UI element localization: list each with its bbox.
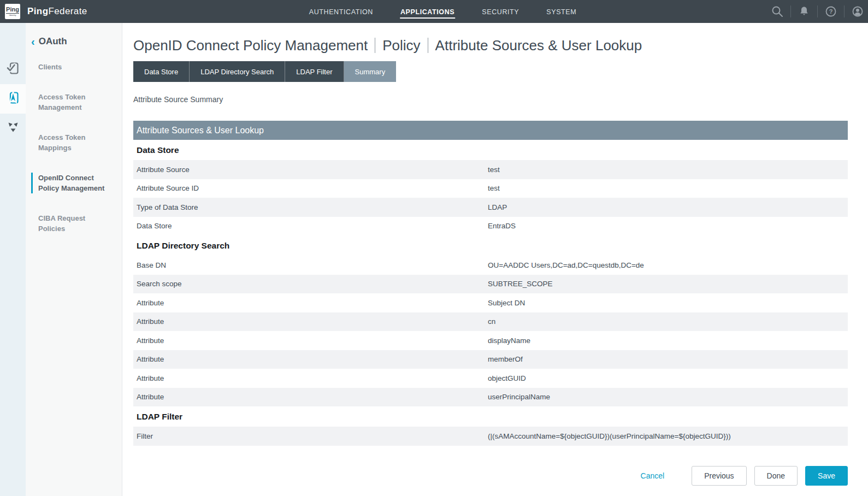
row-value: EntraDS	[488, 222, 848, 230]
summary-row: Attribute Source IDtest	[133, 179, 848, 198]
check-card-icon	[5, 61, 21, 78]
section-header-row-ldap-filter: LDAP Filter	[133, 406, 848, 427]
search-icon[interactable]	[768, 5, 787, 18]
breadcrumb-segment: Attribute Sources & User Lookup	[435, 37, 642, 54]
sidebar: ‹ OAuth ClientsAccess Token ManagementAc…	[26, 23, 122, 496]
summary-row: Data StoreEntraDS	[133, 217, 848, 236]
nav-item-system[interactable]: SYSTEM	[546, 5, 577, 19]
row-value: LDAP	[488, 203, 848, 211]
section-header-row-ldap-directory-search: LDAP Directory Search	[133, 235, 848, 256]
row-value: test	[488, 184, 848, 192]
tab-ldap-filter[interactable]: LDAP Filter	[285, 61, 344, 82]
nav-item-applications[interactable]: APPLICATIONS	[400, 5, 455, 19]
rail-item-grants[interactable]	[0, 114, 26, 143]
summary-row: Type of Data StoreLDAP	[133, 198, 848, 217]
sidebar-item-openid-connect-policy-management[interactable]: OpenID Connect Policy Management	[31, 173, 107, 193]
tab-data-store[interactable]: Data Store	[133, 61, 190, 82]
section-title: Data Store	[133, 145, 179, 155]
nav-utility-icons: ?	[768, 0, 868, 23]
help-icon[interactable]: ?	[822, 5, 840, 18]
table-body: Data StoreAttribute SourcetestAttribute …	[133, 140, 848, 446]
breadcrumb-segment: Policy	[382, 37, 420, 54]
section-title: LDAP Filter	[133, 412, 182, 422]
oauth-card-icon	[5, 90, 21, 108]
summary-row: Base DNOU=AADDC Users,DC=ad,DC=questdb,D…	[133, 256, 848, 275]
nav-item-authentication[interactable]: AUTHENTICATION	[309, 5, 374, 19]
row-value: memberOf	[488, 355, 848, 363]
row-value: objectGUID	[488, 374, 848, 382]
nav-item-security[interactable]: SECURITY	[481, 5, 519, 19]
divider	[790, 5, 791, 17]
brand: Ping Identity PingFederate	[0, 4, 87, 19]
row-label: Attribute	[133, 374, 488, 382]
notifications-icon[interactable]	[795, 5, 813, 18]
section-title: LDAP Directory Search	[133, 241, 229, 251]
sidebar-item-access-token-management[interactable]: Access Token Management	[38, 92, 107, 113]
row-label: Type of Data Store	[133, 203, 488, 211]
product-name-bold: Ping	[27, 6, 48, 16]
wizard-tabs: Data StoreLDAP Directory SearchLDAP Filt…	[133, 61, 848, 82]
row-value: test	[488, 166, 848, 174]
sidebar-back-oauth[interactable]: ‹ OAuth	[31, 36, 122, 47]
section-header-row-data-store: Data Store	[133, 140, 848, 160]
summary-row: Filter(|(sAMAccountName=${objectGUID})(u…	[133, 427, 848, 446]
chevron-left-icon: ‹	[31, 38, 35, 45]
row-label: Attribute Source ID	[133, 184, 488, 192]
ping-identity-logo: Ping Identity	[5, 4, 20, 19]
summary-description: Attribute Source Summary	[133, 95, 848, 104]
summary-row: Attributecn	[133, 312, 848, 332]
row-value: SUBTREE_SCOPE	[488, 280, 848, 288]
row-value: cn	[488, 317, 848, 326]
row-value: Subject DN	[488, 299, 848, 307]
grants-icon	[5, 120, 21, 137]
account-icon[interactable]	[848, 5, 867, 18]
sidebar-item-ciba-request-policies[interactable]: CIBA Request Policies	[38, 213, 107, 234]
main-content: OpenID Connect Policy Management Policy …	[122, 23, 868, 496]
tab-summary[interactable]: Summary	[344, 61, 397, 82]
rail-item-oauth[interactable]	[0, 84, 26, 114]
table-header: Attribute Sources & User Lookup	[133, 121, 848, 140]
row-value: OU=AADDC Users,DC=ad,DC=questdb,DC=de	[488, 261, 848, 269]
product-name: PingFederate	[27, 6, 87, 17]
row-label: Attribute	[133, 336, 488, 345]
row-label: Filter	[133, 432, 488, 440]
summary-table: Attribute Sources & User Lookup Data Sto…	[133, 121, 848, 446]
sidebar-item-clients[interactable]: Clients	[38, 62, 107, 72]
icon-rail	[0, 23, 26, 496]
row-value: displayName	[488, 336, 848, 345]
tab-ldap-directory-search[interactable]: LDAP Directory Search	[190, 61, 285, 82]
row-value: userPrincipalName	[488, 393, 848, 401]
sidebar-menu: ClientsAccess Token ManagementAccess Tok…	[26, 62, 122, 234]
row-label: Attribute	[133, 317, 488, 326]
summary-row: AttributeuserPrincipalName	[133, 388, 848, 407]
summary-row: Search scopeSUBTREE_SCOPE	[133, 275, 848, 294]
main-nav: AUTHENTICATIONAPPLICATIONSSECURITYSYSTEM	[309, 0, 577, 23]
save-button[interactable]: Save	[805, 466, 848, 486]
summary-row: Attribute Sourcetest	[133, 160, 848, 179]
sidebar-item-access-token-mappings[interactable]: Access Token Mappings	[38, 132, 107, 153]
rail-item-sso[interactable]	[0, 55, 26, 84]
row-label: Attribute	[133, 355, 488, 363]
row-label: Data Store	[133, 222, 488, 230]
summary-row: AttributememberOf	[133, 350, 848, 369]
logo-subtext: Identity	[9, 14, 16, 16]
breadcrumb-divider	[375, 38, 375, 53]
sidebar-section-title: OAuth	[39, 36, 67, 47]
breadcrumb-segment: OpenID Connect Policy Management	[133, 37, 368, 54]
svg-text:?: ?	[829, 8, 833, 15]
summary-row: AttributeobjectGUID	[133, 369, 848, 388]
divider	[844, 5, 845, 17]
previous-button[interactable]: Previous	[692, 466, 746, 486]
row-label: Base DN	[133, 261, 488, 269]
row-label: Attribute Source	[133, 166, 488, 174]
top-nav-bar: Ping Identity PingFederate AUTHENTICATIO…	[0, 0, 868, 23]
product-name-light: Federate	[48, 6, 87, 16]
logo-text: Ping	[6, 7, 19, 14]
done-button[interactable]: Done	[754, 466, 798, 486]
divider	[817, 5, 818, 17]
row-label: Search scope	[133, 280, 488, 288]
page-title: OpenID Connect Policy Management Policy …	[133, 37, 848, 54]
breadcrumb-divider	[428, 38, 428, 53]
cancel-button[interactable]: Cancel	[641, 471, 665, 480]
row-value: (|(sAMAccountName=${objectGUID})(userPri…	[488, 432, 848, 440]
